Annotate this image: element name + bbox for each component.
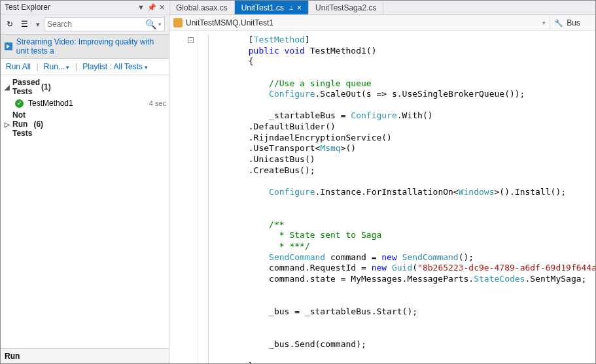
test-name: TestMethod1 <box>28 99 149 108</box>
document-tabs: Global.asax.cs UnitTest1.cs ⟂ × UnitTest… <box>169 1 596 15</box>
group-label: Not Run Tests <box>12 110 32 138</box>
group-label: Passed Tests <box>12 78 40 96</box>
group-count: (6) <box>33 120 43 129</box>
close-icon[interactable]: × <box>297 3 302 12</box>
search-icon[interactable]: 🔍 <box>145 19 156 29</box>
passed-icon: ✓ <box>15 99 24 108</box>
collapse-icon[interactable]: ◢ <box>3 84 11 91</box>
test-explorer-footer: Run <box>1 348 169 363</box>
test-explorer-header: Test Explorer ▼ 📌 ✕ <box>1 1 169 14</box>
code-area[interactable]: − [TestMethod] public void TestMethod1()… <box>169 31 596 363</box>
test-duration: 4 sec <box>149 99 166 107</box>
scope-text: UnitTestMSMQ.UnitTest1 <box>186 18 542 27</box>
notrun-tests-group[interactable]: ▷ Not Run Tests (6) <box>1 109 169 139</box>
close-icon[interactable]: ✕ <box>159 3 165 12</box>
group-icon[interactable]: ☰ <box>19 19 29 29</box>
tab-global-asax[interactable]: Global.asax.cs <box>169 1 235 14</box>
banner-text: Streaming Video: Improving quality with … <box>16 37 165 56</box>
code-content[interactable]: [TestMethod] public void TestMethod1() {… <box>198 31 596 363</box>
test-explorer-panel: Test Explorer ▼ 📌 ✕ ↻ ☰ ▾ 🔍 ▾ Streaming … <box>1 1 169 363</box>
search-input[interactable] <box>47 20 145 29</box>
code-editor-panel: Global.asax.cs UnitTest1.cs ⟂ × UnitTest… <box>169 1 596 363</box>
navigation-bar: UnitTestMSMQ.UnitTest1 ▾ Bus ▾ <box>169 15 596 31</box>
pin-icon[interactable]: ⟂ <box>289 4 293 11</box>
class-icon <box>173 18 183 27</box>
tab-unittestsaga2[interactable]: UnitTestSaga2.cs <box>309 1 383 14</box>
code-text: [TestMethod] public void TestMethod1() {… <box>213 35 596 363</box>
search-dropdown-icon[interactable]: ▾ <box>158 21 162 27</box>
search-box[interactable]: 🔍 ▾ <box>44 17 165 31</box>
code-gutter: − <box>169 31 198 363</box>
test-item-testmethod1[interactable]: ✓ TestMethod1 4 sec <box>1 97 169 109</box>
fold-icon[interactable]: − <box>188 37 194 43</box>
expand-icon[interactable]: ▷ <box>3 121 11 128</box>
test-tree: ◢ Passed Tests (1) ✓ TestMethod1 4 sec ▷… <box>1 75 169 348</box>
member-text: Bus <box>567 18 596 27</box>
refresh-icon[interactable]: ↻ <box>5 19 15 29</box>
tab-unittest1[interactable]: UnitTest1.cs ⟂ × <box>235 1 309 14</box>
dropdown-icon[interactable]: ▼ <box>137 3 145 11</box>
run-dropdown[interactable]: Run... <box>44 62 70 71</box>
playlist-dropdown[interactable]: Playlist : All Tests <box>82 62 147 71</box>
panel-title: Test Explorer <box>5 3 135 12</box>
pin-icon[interactable]: 📌 <box>147 3 156 12</box>
video-banner[interactable]: Streaming Video: Improving quality with … <box>1 35 169 59</box>
toolbar-dropdown-icon[interactable]: ▾ <box>36 20 40 29</box>
test-commands-bar: Run All | Run... | Playlist : All Tests <box>1 59 169 75</box>
run-all-link[interactable]: Run All <box>6 62 31 71</box>
scope-dropdown[interactable]: UnitTestMSMQ.UnitTest1 ▾ <box>169 15 550 30</box>
chevron-down-icon: ▾ <box>542 20 546 26</box>
test-explorer-toolbar: ↻ ☰ ▾ 🔍 ▾ <box>1 14 169 35</box>
play-icon <box>5 42 12 50</box>
member-dropdown[interactable]: Bus ▾ <box>550 15 596 30</box>
wrench-icon <box>554 18 563 27</box>
passed-tests-group[interactable]: ◢ Passed Tests (1) <box>1 76 169 97</box>
group-count: (1) <box>41 82 51 91</box>
